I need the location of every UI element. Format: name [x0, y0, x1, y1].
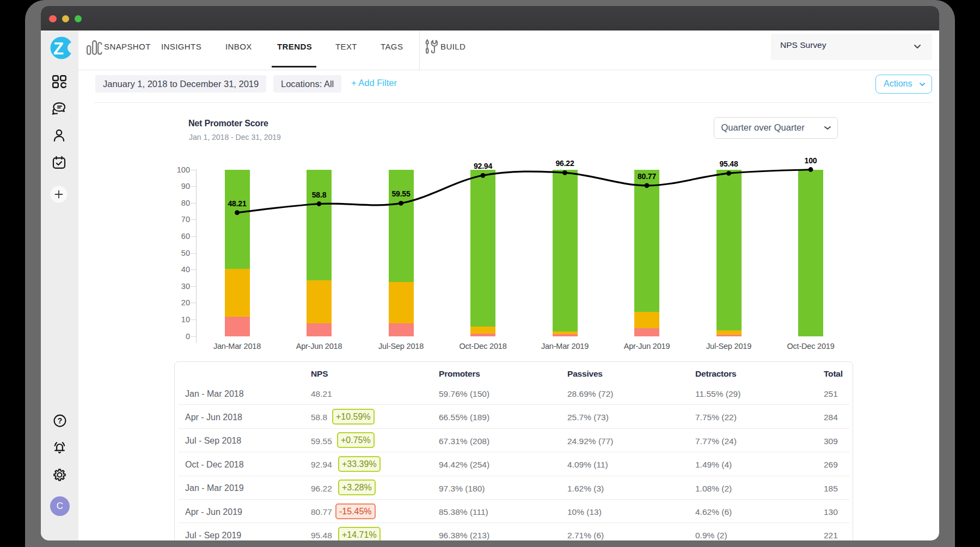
svg-text:Z: Z — [53, 39, 64, 58]
svg-text:?: ? — [58, 416, 63, 425]
